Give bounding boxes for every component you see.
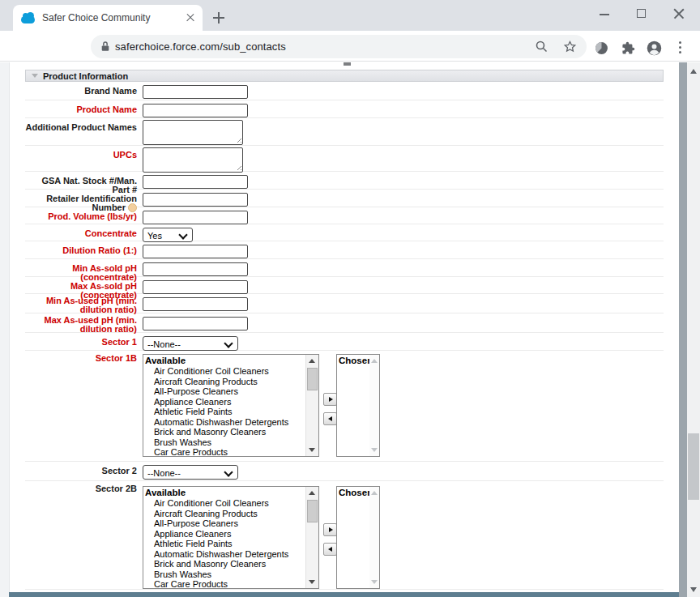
additional-product-names-textarea[interactable] [143, 120, 243, 145]
scrollbar-down-icon[interactable] [690, 587, 697, 592]
profile-avatar-icon[interactable] [646, 40, 663, 57]
field-label: Concentrate [25, 224, 137, 238]
available-option[interactable]: All-Purpose Cleaners [143, 518, 318, 529]
sector-1b-available-list[interactable]: Available Air Conditioner Coil CleanersA… [143, 354, 319, 457]
address-bar[interactable]: saferchoice.force.com/sub_contacts [91, 35, 587, 58]
min-as-used-ph-input[interactable] [143, 297, 248, 311]
url-text: saferchoice.force.com/sub_contacts [115, 41, 286, 53]
prod-volume-input[interactable] [143, 211, 248, 224]
extension-circle-icon[interactable] [595, 41, 608, 55]
available-option[interactable]: Car Care Products [143, 447, 318, 457]
form-row-sector-2b: Sector 2B Available Air Conditioner Coil… [25, 481, 664, 590]
list-scrollbar-thumb[interactable] [307, 500, 318, 522]
max-as-sold-ph-input[interactable] [143, 280, 248, 294]
browser-tab[interactable]: Safer Choice Community [13, 5, 203, 31]
list-scrollbar[interactable] [369, 355, 379, 456]
list-scrollbar-thumb[interactable] [307, 368, 318, 390]
available-option[interactable]: Air Conditioner Coil Cleaners [143, 366, 318, 377]
max-as-used-ph-input[interactable] [143, 317, 248, 330]
sector-1-select[interactable]: --None-- [143, 336, 238, 351]
available-option[interactable]: Brick and Masonry Cleaners [143, 427, 318, 437]
field-label: Max As-used pH (min. dilution ratio) [25, 313, 137, 334]
available-option[interactable]: Brush Washes [143, 569, 318, 580]
upcs-textarea[interactable] [143, 147, 243, 173]
available-option[interactable]: Air Conditioner Coil Cleaners [143, 498, 318, 509]
sector-2b-chosen-list[interactable]: Chosen [336, 486, 380, 589]
scroll-down-icon [371, 580, 378, 584]
lock-icon[interactable] [100, 41, 111, 53]
scrollbar-up-icon[interactable] [690, 69, 697, 74]
available-option[interactable]: All-Purpose Cleaners [143, 386, 318, 397]
scroll-up-icon[interactable] [309, 491, 315, 495]
form-row-dilution-ratio: Dilution Ratio (1:) [25, 241, 664, 259]
browser-menu-icon[interactable] [679, 41, 682, 54]
window-minimize-icon[interactable] [600, 14, 609, 15]
window-close-icon[interactable] [673, 8, 685, 19]
remove-option-button[interactable] [323, 412, 337, 425]
browser-scrollbar[interactable] [687, 62, 700, 597]
field-label: Product Name [25, 100, 137, 114]
brand-name-input[interactable] [143, 85, 248, 99]
scroll-down-icon [371, 448, 378, 452]
add-option-button[interactable] [323, 393, 337, 406]
scrollbar-thumb[interactable] [688, 433, 699, 500]
available-option[interactable]: Brush Washes [143, 437, 318, 448]
field-label: Prod. Volume (lbs/yr) [25, 207, 137, 221]
scroll-down-icon[interactable] [309, 448, 315, 452]
scroll-up-icon[interactable] [309, 359, 315, 363]
window-maximize-icon[interactable] [637, 9, 646, 18]
dilution-ratio-input[interactable] [143, 245, 248, 258]
form-row-gsa-stock-number: GSA Nat. Stock #/Man. Part # [25, 172, 664, 190]
available-option[interactable]: Car Care Products [143, 579, 318, 589]
extensions-puzzle-icon[interactable] [621, 41, 635, 55]
available-option[interactable]: Brick and Masonry Cleaners [143, 559, 318, 569]
min-as-sold-ph-input[interactable] [143, 262, 248, 276]
section-header-product-information[interactable]: Product Information [25, 70, 664, 82]
salesforce-cloud-icon [21, 16, 35, 23]
field-label: UPCs [25, 146, 137, 160]
zoom-icon[interactable] [535, 40, 548, 53]
field-label: Sector 1 [25, 333, 137, 347]
bookmark-star-icon[interactable] [563, 40, 577, 53]
page-content: Product Information Brand Name Product N… [9, 62, 679, 592]
form-row-product-name: Product Name [25, 100, 664, 118]
available-list-header: Available [143, 487, 318, 498]
new-tab-icon[interactable] [213, 12, 224, 23]
list-scrollbar[interactable] [305, 355, 318, 456]
field-label: Additional Product Names [25, 118, 137, 132]
remove-option-button[interactable] [323, 543, 337, 556]
tab-strip: Safer Choice Community [0, 0, 700, 31]
retailer-identification-number-input[interactable] [143, 193, 248, 207]
available-option[interactable]: Athletic Field Paints [143, 539, 318, 549]
form-row-min-as-used-ph: Min As-used pH (min. dilution ratio) [25, 294, 664, 313]
left-arrow-icon [328, 416, 332, 421]
tab-close-icon[interactable] [186, 14, 194, 22]
available-option[interactable]: Appliance Cleaners [143, 529, 318, 539]
available-option[interactable]: Automatic Dishwasher Detergents [143, 549, 318, 560]
form-row-concentrate: Concentrate Yes [25, 224, 664, 241]
list-scrollbar[interactable] [305, 487, 318, 588]
list-scrollbar[interactable] [369, 487, 379, 588]
form-row-sector-1b: Sector 1B Available Air Conditioner Coil… [25, 351, 664, 462]
sector-2b-available-list[interactable]: Available Air Conditioner Coil CleanersA… [143, 486, 319, 589]
available-option[interactable]: Athletic Field Paints [143, 407, 318, 417]
sector-1b-chosen-list[interactable]: Chosen [336, 354, 380, 457]
sector-2-select[interactable]: --None-- [143, 465, 238, 480]
available-option[interactable]: Automatic Dishwasher Detergents [143, 417, 318, 428]
twisty-collapse-icon[interactable] [32, 74, 38, 78]
form-row-additional-product-names: Additional Product Names [25, 118, 664, 146]
form-row-brand-name: Brand Name [25, 82, 664, 100]
available-option[interactable]: Appliance Cleaners [143, 397, 318, 407]
field-label: Dilution Ratio (1:) [25, 241, 137, 255]
product-name-input[interactable] [143, 104, 248, 117]
chevron-down-icon [178, 230, 187, 239]
gsa-stock-number-input[interactable] [143, 175, 248, 189]
concentrate-select[interactable]: Yes [143, 228, 193, 242]
scroll-down-icon[interactable] [309, 580, 315, 584]
available-option[interactable]: Aircraft Cleaning Products [143, 377, 318, 387]
available-option[interactable]: Aircraft Cleaning Products [143, 509, 318, 519]
page-left-margin [0, 62, 9, 597]
page-bottom-band [9, 592, 679, 597]
add-option-button[interactable] [323, 523, 337, 536]
field-label: Sector 1B [25, 351, 137, 363]
